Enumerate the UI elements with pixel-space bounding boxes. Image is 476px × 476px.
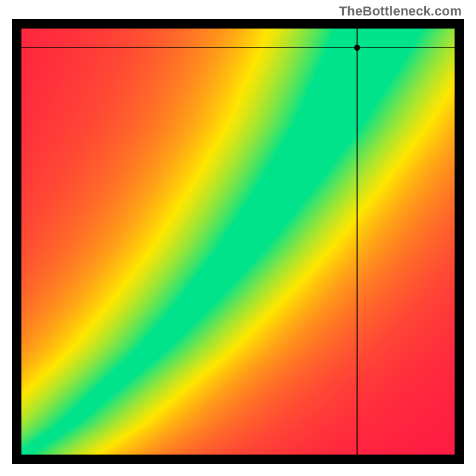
bottleneck-heatmap: [12, 19, 464, 464]
heatmap-canvas: [12, 19, 464, 464]
watermark-text: TheBottleneck.com: [339, 4, 462, 19]
